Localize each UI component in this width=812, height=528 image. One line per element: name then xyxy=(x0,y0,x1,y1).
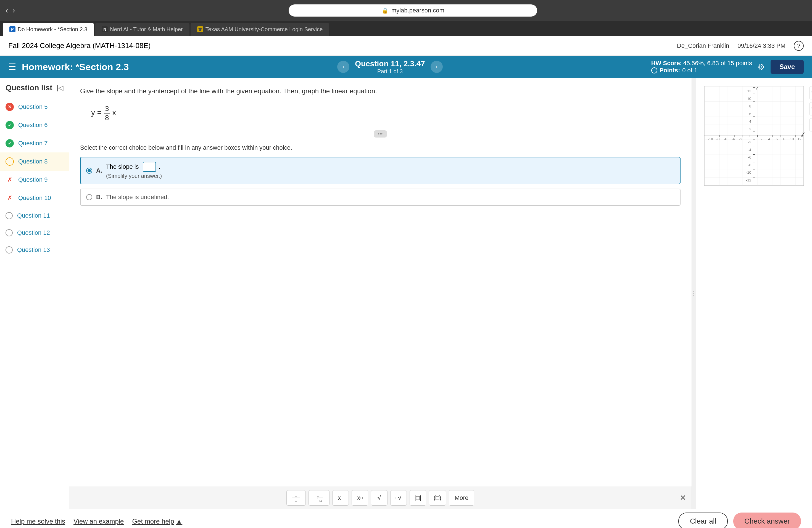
sidebar-label-q11: Question 11 xyxy=(17,212,50,219)
clear-all-button[interactable]: Clear all xyxy=(678,513,728,528)
toolbar-subscript-btn[interactable]: x□ xyxy=(352,490,368,505)
sidebar-label-q8: Question 8 xyxy=(18,158,47,165)
next-question-button[interactable]: › xyxy=(431,61,443,73)
tab-homework[interactable]: P Do Homework - *Section 2.3 xyxy=(3,23,94,36)
choice-a[interactable]: A. The slope is . (Simplify your answer.… xyxy=(80,157,681,184)
status-icon-q13 xyxy=(5,246,13,253)
browser-chrome: ‹ › 🔒 mylab.pearson.com xyxy=(0,0,812,21)
fraction: 3 8 xyxy=(104,104,110,122)
question-title: Question 11, 2.3.47 xyxy=(355,59,425,68)
toolbar-close-btn[interactable]: ✕ xyxy=(680,493,686,502)
sidebar-item-q12[interactable]: Question 12 xyxy=(0,224,69,241)
radio-b[interactable] xyxy=(86,194,92,200)
question-sub: Part 1 of 3 xyxy=(355,68,425,75)
zoom-out-button[interactable]: 🔍− xyxy=(809,102,812,115)
sidebar-item-q10[interactable]: ✗ Question 10 xyxy=(0,189,69,207)
sidebar-item-q7[interactable]: ✓ Question 7 xyxy=(0,134,69,152)
sidebar-item-q5[interactable]: ✕ Question 5 xyxy=(0,98,69,116)
app-header: Fall 2024 College Algebra (MATH-1314-08E… xyxy=(0,36,812,56)
sidebar-item-q13[interactable]: Question 13 xyxy=(0,241,69,259)
toolbar-paren-btn[interactable]: (□) xyxy=(429,490,446,505)
svg-text:□: □ xyxy=(295,494,297,498)
divider-dots: ⋮ xyxy=(691,290,697,297)
save-button[interactable]: Save xyxy=(771,60,804,74)
tab-label-1: Do Homework - *Section 2.3 xyxy=(18,26,87,33)
sidebar-item-q9[interactable]: ✗ Question 9 xyxy=(0,171,69,189)
view-example-link[interactable]: View an example xyxy=(73,517,124,525)
choice-a-text-before: The slope is xyxy=(106,163,139,171)
hamburger-icon[interactable]: ☰ xyxy=(8,62,16,72)
resize-handle[interactable]: ••• xyxy=(80,130,681,137)
hw-score-value: 45.56%, 6.83 of 15 points xyxy=(683,60,752,67)
check-answer-button[interactable]: Check answer xyxy=(733,513,801,528)
toolbar-abs-btn[interactable]: |□| xyxy=(410,490,426,505)
svg-text:8: 8 xyxy=(783,137,785,141)
radio-a[interactable] xyxy=(86,167,92,174)
graph-area: -10 -8 -6 -4 -2 2 4 6 8 10 12 12 10 8 6 xyxy=(696,78,812,509)
bottom-bar: Help me solve this View an example Get m… xyxy=(0,509,812,528)
more-help-text: Get more help xyxy=(132,517,174,525)
points-circle xyxy=(651,68,657,73)
tab-bar: P Do Homework - *Section 2.3 N Nerd AI -… xyxy=(0,21,812,36)
question-instruction: Give the slope and the y-intercept of th… xyxy=(80,86,681,96)
slope-input[interactable] xyxy=(143,162,156,172)
toolbar-mixed-btn[interactable]: □□□ xyxy=(308,490,330,505)
help-button[interactable]: ? xyxy=(794,41,804,51)
points-label: Points: xyxy=(659,67,680,74)
choice-a-content: The slope is . (Simplify your answer.) xyxy=(106,162,162,179)
choice-a-label: A. xyxy=(96,167,102,174)
toolbar-buttons: □□ □□□ x□ x□ √ □√ |□| (□) More xyxy=(286,490,474,505)
nav-title: Homework: *Section 2.3 xyxy=(22,62,129,72)
svg-text:6: 6 xyxy=(749,112,751,116)
toolbar-sqrt-btn[interactable]: √ xyxy=(371,490,388,505)
svg-text:□: □ xyxy=(320,499,321,503)
sidebar-collapse-icon[interactable]: |◁ xyxy=(57,84,63,92)
tab-nerd-ai[interactable]: N Nerd AI - Tutor & Math Helper xyxy=(95,23,189,36)
sidebar-label-q9: Question 9 xyxy=(18,176,47,184)
vertical-divider[interactable]: ⋮ xyxy=(692,78,696,509)
graph-with-controls: -10 -8 -6 -4 -2 2 4 6 8 10 12 12 10 8 6 xyxy=(701,84,807,189)
graph-svg: -10 -8 -6 -4 -2 2 4 6 8 10 12 12 10 8 6 xyxy=(701,84,807,188)
choice-b[interactable]: B. The slope is undefined. xyxy=(80,189,681,206)
equation-display: y = 3 8 x xyxy=(91,104,681,122)
tab-tamu[interactable]: 🎓 Texas A&M University-Commerce Login Se… xyxy=(191,23,330,36)
settings-icon[interactable]: ⚙ xyxy=(758,62,765,72)
status-icon-q9: ✗ xyxy=(5,176,14,184)
sidebar-header: Question list |◁ xyxy=(0,84,69,98)
more-help-link[interactable]: Get more help ▲ xyxy=(132,517,182,525)
graph-controls: 🔍+ 🔍− ↗ xyxy=(807,84,812,189)
dropdown-icon: ▲ xyxy=(176,517,183,525)
sidebar: Question list |◁ ✕ Question 5 ✓ Question… xyxy=(0,78,69,509)
share-graph-button[interactable]: ↗ xyxy=(809,118,812,131)
toolbar-nthroot-btn[interactable]: □√ xyxy=(390,490,407,505)
status-icon-q6: ✓ xyxy=(5,121,14,129)
svg-text:2: 2 xyxy=(760,137,762,141)
status-icon-q8 xyxy=(5,157,14,166)
back-button[interactable]: ‹ xyxy=(5,6,8,15)
sidebar-label-q5: Question 5 xyxy=(18,103,47,111)
toolbar-more-btn[interactable]: More xyxy=(449,490,474,505)
help-solve-link[interactable]: Help me solve this xyxy=(11,517,65,525)
bottom-right-buttons: Clear all Check answer xyxy=(678,513,801,528)
zoom-in-button[interactable]: 🔍+ xyxy=(809,86,812,99)
tab-favicon-2: N xyxy=(102,26,108,32)
main-layout: Question list |◁ ✕ Question 5 ✓ Question… xyxy=(0,78,812,509)
sidebar-item-q8[interactable]: Question 8 xyxy=(0,152,69,171)
svg-text:-4: -4 xyxy=(731,137,735,141)
sidebar-item-q11[interactable]: Question 11 xyxy=(0,207,69,224)
toolbar-superscript-btn[interactable]: x□ xyxy=(332,490,349,505)
svg-text:-2: -2 xyxy=(739,137,742,141)
svg-text:10: 10 xyxy=(790,137,794,141)
status-icon-q7: ✓ xyxy=(5,139,14,147)
status-icon-q10: ✗ xyxy=(5,194,14,202)
forward-button[interactable]: › xyxy=(12,6,15,15)
prev-question-button[interactable]: ‹ xyxy=(337,61,349,73)
svg-text:-8: -8 xyxy=(716,137,720,141)
toolbar-fraction-btn[interactable]: □□ xyxy=(286,490,306,505)
address-bar[interactable]: 🔒 mylab.pearson.com xyxy=(289,4,537,17)
sidebar-label-q10: Question 10 xyxy=(18,194,51,202)
toolbar: □□ □□□ x□ x□ √ □√ |□| (□) More xyxy=(69,487,692,509)
svg-text:-6: -6 xyxy=(724,137,727,141)
sidebar-item-q6[interactable]: ✓ Question 6 xyxy=(0,116,69,134)
course-title: Fall 2024 College Algebra (MATH-1314-08E… xyxy=(8,41,150,50)
